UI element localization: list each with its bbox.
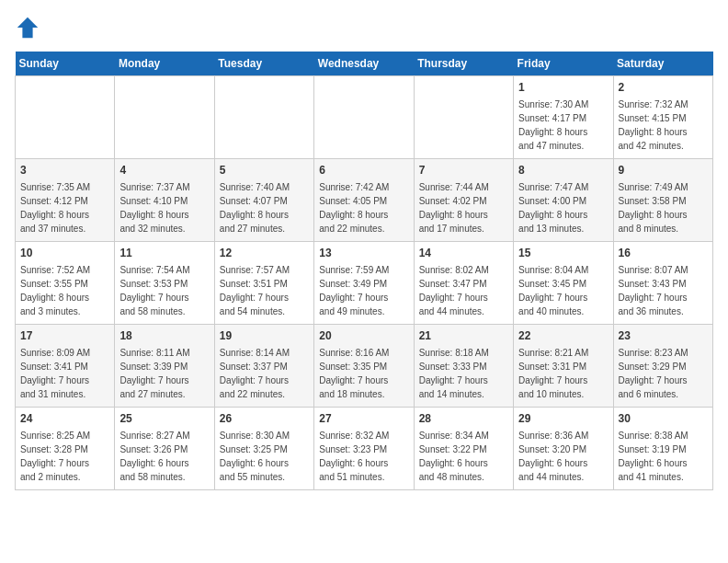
- day-info: Sunrise: 8:18 AM Sunset: 3:33 PM Dayligh…: [419, 346, 508, 401]
- calendar-day-19: 19Sunrise: 8:14 AM Sunset: 3:37 PM Dayli…: [214, 325, 313, 408]
- day-number: 10: [20, 246, 109, 261]
- day-number: 28: [419, 411, 508, 427]
- day-info: Sunrise: 7:30 AM Sunset: 4:17 PM Dayligh…: [518, 98, 608, 153]
- svg-marker-0: [17, 17, 38, 38]
- calendar-day-29: 29Sunrise: 8:36 AM Sunset: 3:20 PM Dayli…: [514, 408, 613, 490]
- day-info: Sunrise: 8:09 AM Sunset: 3:41 PM Dayligh…: [20, 346, 109, 401]
- day-info: Sunrise: 8:21 AM Sunset: 3:31 PM Dayligh…: [518, 346, 608, 401]
- day-info: Sunrise: 7:32 AM Sunset: 4:15 PM Dayligh…: [619, 98, 708, 153]
- header-tuesday: Tuesday: [214, 52, 313, 76]
- header-thursday: Thursday: [414, 52, 513, 76]
- calendar-day-15: 15Sunrise: 8:04 AM Sunset: 3:45 PM Dayli…: [514, 242, 613, 325]
- calendar-empty-cell: [16, 76, 115, 159]
- calendar-week-row: 3Sunrise: 7:35 AM Sunset: 4:12 PM Daylig…: [16, 159, 713, 242]
- day-number: 26: [220, 411, 309, 427]
- calendar-day-8: 8Sunrise: 7:47 AM Sunset: 4:00 PM Daylig…: [514, 159, 613, 242]
- calendar-day-17: 17Sunrise: 8:09 AM Sunset: 3:41 PM Dayli…: [16, 325, 115, 408]
- day-info: Sunrise: 8:36 AM Sunset: 3:20 PM Dayligh…: [518, 429, 608, 484]
- logo: [15, 15, 44, 40]
- day-info: Sunrise: 7:54 AM Sunset: 3:53 PM Dayligh…: [119, 263, 209, 318]
- day-number: 30: [619, 411, 708, 427]
- header-sunday: Sunday: [16, 52, 115, 76]
- day-number: 14: [419, 246, 508, 261]
- day-info: Sunrise: 8:11 AM Sunset: 3:39 PM Dayligh…: [119, 346, 209, 401]
- day-number: 8: [518, 163, 608, 178]
- day-info: Sunrise: 8:14 AM Sunset: 3:37 PM Dayligh…: [220, 346, 309, 401]
- calendar-day-9: 9Sunrise: 7:49 AM Sunset: 3:58 PM Daylig…: [613, 159, 712, 242]
- day-info: Sunrise: 7:35 AM Sunset: 4:12 PM Dayligh…: [20, 180, 109, 236]
- day-number: 3: [20, 163, 109, 178]
- day-number: 22: [518, 328, 608, 344]
- day-info: Sunrise: 7:47 AM Sunset: 4:00 PM Dayligh…: [518, 180, 608, 236]
- day-number: 6: [319, 163, 408, 178]
- calendar-day-1: 1Sunrise: 7:30 AM Sunset: 4:17 PM Daylig…: [514, 76, 613, 159]
- calendar-day-2: 2Sunrise: 7:32 AM Sunset: 4:15 PM Daylig…: [613, 76, 712, 159]
- day-info: Sunrise: 8:02 AM Sunset: 3:47 PM Dayligh…: [419, 263, 508, 318]
- day-info: Sunrise: 7:40 AM Sunset: 4:07 PM Dayligh…: [220, 180, 309, 236]
- calendar-day-30: 30Sunrise: 8:38 AM Sunset: 3:19 PM Dayli…: [613, 408, 712, 490]
- day-info: Sunrise: 7:57 AM Sunset: 3:51 PM Dayligh…: [220, 263, 309, 318]
- calendar-week-row: 24Sunrise: 8:25 AM Sunset: 3:28 PM Dayli…: [16, 408, 713, 490]
- calendar-day-12: 12Sunrise: 7:57 AM Sunset: 3:51 PM Dayli…: [214, 242, 313, 325]
- day-info: Sunrise: 8:30 AM Sunset: 3:25 PM Dayligh…: [220, 429, 309, 484]
- calendar-day-20: 20Sunrise: 8:16 AM Sunset: 3:35 PM Dayli…: [314, 325, 414, 408]
- calendar-day-25: 25Sunrise: 8:27 AM Sunset: 3:26 PM Dayli…: [115, 408, 214, 490]
- calendar-day-14: 14Sunrise: 8:02 AM Sunset: 3:47 PM Dayli…: [414, 242, 513, 325]
- calendar-day-7: 7Sunrise: 7:44 AM Sunset: 4:02 PM Daylig…: [414, 159, 513, 242]
- day-number: 5: [220, 163, 309, 178]
- day-info: Sunrise: 8:34 AM Sunset: 3:22 PM Dayligh…: [419, 429, 508, 484]
- header-friday: Friday: [514, 52, 613, 76]
- calendar-empty-cell: [115, 76, 214, 159]
- calendar-header-row: SundayMondayTuesdayWednesdayThursdayFrid…: [16, 52, 713, 76]
- calendar-day-23: 23Sunrise: 8:23 AM Sunset: 3:29 PM Dayli…: [613, 325, 712, 408]
- calendar-day-21: 21Sunrise: 8:18 AM Sunset: 3:33 PM Dayli…: [414, 325, 513, 408]
- day-number: 25: [119, 411, 209, 427]
- day-number: 27: [319, 411, 408, 427]
- calendar-week-row: 17Sunrise: 8:09 AM Sunset: 3:41 PM Dayli…: [16, 325, 713, 408]
- calendar-week-row: 10Sunrise: 7:52 AM Sunset: 3:55 PM Dayli…: [16, 242, 713, 325]
- calendar-day-5: 5Sunrise: 7:40 AM Sunset: 4:07 PM Daylig…: [214, 159, 313, 242]
- day-info: Sunrise: 8:25 AM Sunset: 3:28 PM Dayligh…: [20, 429, 109, 484]
- day-number: 18: [119, 328, 209, 344]
- day-info: Sunrise: 7:44 AM Sunset: 4:02 PM Dayligh…: [419, 180, 508, 236]
- day-number: 2: [619, 80, 708, 96]
- header-monday: Monday: [115, 52, 214, 76]
- day-info: Sunrise: 7:59 AM Sunset: 3:49 PM Dayligh…: [319, 263, 408, 318]
- calendar-empty-cell: [414, 76, 513, 159]
- day-number: 19: [220, 328, 309, 344]
- day-number: 4: [119, 163, 209, 178]
- header-saturday: Saturday: [613, 52, 712, 76]
- day-info: Sunrise: 8:23 AM Sunset: 3:29 PM Dayligh…: [619, 346, 708, 401]
- day-info: Sunrise: 8:38 AM Sunset: 3:19 PM Dayligh…: [619, 429, 708, 484]
- day-number: 1: [518, 80, 608, 96]
- day-info: Sunrise: 8:04 AM Sunset: 3:45 PM Dayligh…: [518, 263, 608, 318]
- calendar-week-row: 1Sunrise: 7:30 AM Sunset: 4:17 PM Daylig…: [16, 76, 713, 159]
- calendar-day-13: 13Sunrise: 7:59 AM Sunset: 3:49 PM Dayli…: [314, 242, 414, 325]
- day-number: 20: [319, 328, 408, 344]
- logo-icon: [15, 15, 40, 40]
- calendar-day-26: 26Sunrise: 8:30 AM Sunset: 3:25 PM Dayli…: [214, 408, 313, 490]
- calendar-day-4: 4Sunrise: 7:37 AM Sunset: 4:10 PM Daylig…: [115, 159, 214, 242]
- calendar-day-22: 22Sunrise: 8:21 AM Sunset: 3:31 PM Dayli…: [514, 325, 613, 408]
- day-info: Sunrise: 8:07 AM Sunset: 3:43 PM Dayligh…: [619, 263, 708, 318]
- calendar-empty-cell: [314, 76, 414, 159]
- calendar-day-16: 16Sunrise: 8:07 AM Sunset: 3:43 PM Dayli…: [613, 242, 712, 325]
- calendar-day-10: 10Sunrise: 7:52 AM Sunset: 3:55 PM Dayli…: [16, 242, 115, 325]
- calendar-day-3: 3Sunrise: 7:35 AM Sunset: 4:12 PM Daylig…: [16, 159, 115, 242]
- day-number: 13: [319, 246, 408, 261]
- day-number: 7: [419, 163, 508, 178]
- header-wednesday: Wednesday: [314, 52, 414, 76]
- calendar-day-6: 6Sunrise: 7:42 AM Sunset: 4:05 PM Daylig…: [314, 159, 414, 242]
- header-section: [15, 15, 713, 40]
- day-number: 17: [20, 328, 109, 344]
- day-info: Sunrise: 8:32 AM Sunset: 3:23 PM Dayligh…: [319, 429, 408, 484]
- day-number: 9: [619, 163, 708, 178]
- day-number: 21: [419, 328, 508, 344]
- day-info: Sunrise: 8:27 AM Sunset: 3:26 PM Dayligh…: [119, 429, 209, 484]
- day-info: Sunrise: 8:16 AM Sunset: 3:35 PM Dayligh…: [319, 346, 408, 401]
- calendar-day-28: 28Sunrise: 8:34 AM Sunset: 3:22 PM Dayli…: [414, 408, 513, 490]
- calendar-day-24: 24Sunrise: 8:25 AM Sunset: 3:28 PM Dayli…: [16, 408, 115, 490]
- day-number: 16: [619, 246, 708, 261]
- calendar-day-11: 11Sunrise: 7:54 AM Sunset: 3:53 PM Dayli…: [115, 242, 214, 325]
- day-number: 24: [20, 411, 109, 427]
